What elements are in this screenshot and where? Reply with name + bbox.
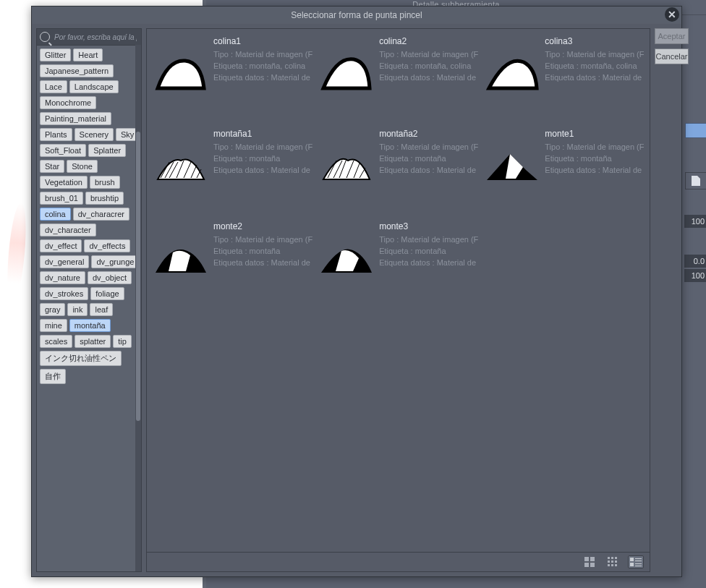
result-item[interactable]: montaña2Tipo : Material de imagen (FEtiq… (315, 126, 481, 218)
tag-soft_float[interactable]: Soft_Float (40, 144, 86, 157)
tag-dv_characrer[interactable]: dv_characrer (73, 208, 129, 221)
view-large-grid-icon[interactable] (582, 555, 597, 568)
result-item[interactable]: monte2Tipo : Material de imagen (FEtique… (150, 218, 315, 311)
result-data-tag: Etiqueta datos : Material de (379, 165, 478, 176)
tag-dv_effects[interactable]: dv_effects (84, 239, 130, 252)
svg-rect-12 (615, 564, 617, 566)
tag-vegetation[interactable]: Vegetation (40, 176, 88, 189)
search-input[interactable] (53, 33, 138, 42)
tag-scenery[interactable]: Scenery (75, 128, 114, 141)
result-item[interactable]: colina3Tipo : Material de imagen (FEtiqu… (481, 33, 647, 126)
tag-tip[interactable]: tip (113, 335, 132, 348)
tag-plants[interactable]: Plants (40, 128, 72, 141)
close-icon[interactable]: ✕ (665, 7, 679, 22)
svg-rect-2 (584, 563, 589, 567)
svg-rect-6 (615, 557, 617, 559)
tag-glitter[interactable]: Glitter (40, 48, 71, 61)
result-name: colina2 (379, 36, 478, 46)
result-meta: montaña1Tipo : Material de imagen (FEtiq… (213, 127, 312, 176)
results-grid[interactable]: colina1Tipo : Material de imagen (FEtiqu… (147, 29, 650, 552)
tag-gray[interactable]: gray (40, 303, 65, 316)
tag-brush_01[interactable]: brush_01 (40, 192, 83, 205)
svg-rect-3 (590, 563, 595, 567)
tag-dv_strokes[interactable]: dv_strokes (40, 287, 88, 300)
result-type: Tipo : Material de imagen (F (545, 142, 644, 153)
tag-dv_grunge[interactable]: dv_grunge (91, 255, 139, 268)
brush-tip-shape-dialog: Seleccionar forma de punta pincel ✕ Glit… (31, 6, 682, 577)
tags-list[interactable]: GlitterHeartJapanese_patternLaceLandscap… (37, 46, 141, 571)
svg-rect-9 (615, 561, 617, 563)
dialog-title: Seleccionar forma de punta pincel (291, 10, 422, 20)
tag-stone[interactable]: Stone (67, 160, 98, 173)
view-small-grid-icon[interactable] (605, 555, 621, 568)
result-item[interactable]: colina1Tipo : Material de imagen (FEtiqu… (150, 33, 315, 126)
svg-rect-11 (611, 564, 613, 566)
result-tag: Etiqueta : montaña (379, 246, 478, 257)
brush-thumbnail (318, 231, 375, 288)
svg-rect-5 (611, 557, 613, 559)
tag-ink[interactable]: ink (67, 303, 88, 316)
result-meta: montaña2Tipo : Material de imagen (FEtiq… (379, 127, 478, 176)
tag-dv_character[interactable]: dv_character (40, 223, 96, 237)
result-item[interactable]: montaña1Tipo : Material de imagen (FEtiq… (150, 126, 315, 218)
result-meta: monte3Tipo : Material de imagen (FEtique… (379, 220, 478, 269)
brush-thumbnail (153, 231, 209, 288)
svg-rect-7 (608, 561, 610, 563)
ok-button[interactable]: Aceptar (655, 28, 688, 44)
tags-scrollbar[interactable] (135, 45, 141, 571)
result-type: Tipo : Material de imagen (F (379, 142, 478, 153)
result-item[interactable]: monte1Tipo : Material de imagen (FEtique… (481, 126, 647, 218)
tag-mine[interactable]: mine (40, 319, 67, 332)
dialog-actions: Aceptar Cancelar (655, 28, 688, 572)
svg-rect-10 (608, 564, 610, 566)
result-tag: Etiqueta : montaña, colina (545, 61, 644, 72)
result-item[interactable]: monte3Tipo : Material de imagen (FEtique… (315, 218, 481, 311)
tag-japanese_pattern[interactable]: Japanese_pattern (40, 64, 114, 77)
tag-painting_material[interactable]: Painting_material (40, 112, 111, 125)
tag-splatter[interactable]: splatter (75, 335, 111, 348)
svg-rect-1 (590, 557, 595, 561)
tag-leaf[interactable]: leaf (90, 303, 113, 316)
tags-panel: GlitterHeartJapanese_patternLaceLandscap… (36, 28, 142, 572)
tag-heart[interactable]: Heart (73, 48, 103, 61)
tag-landscape[interactable]: Landscape (69, 80, 119, 93)
svg-rect-15 (635, 561, 642, 561)
search-icon (40, 32, 50, 42)
result-tag: Etiqueta : montaña (213, 246, 312, 257)
tag-brushtip[interactable]: brushtip (85, 192, 124, 205)
view-detailed-list-icon[interactable] (628, 555, 644, 568)
brush-thumbnail (318, 46, 375, 103)
result-tag: Etiqueta : montaña (379, 153, 478, 165)
tag-インク切れ油性ペン[interactable]: インク切れ油性ペン (40, 351, 122, 366)
brush-thumbnail (484, 139, 540, 195)
brush-thumbnail (153, 139, 209, 195)
tag-dv_object[interactable]: dv_object (88, 271, 132, 284)
svg-rect-0 (584, 557, 589, 561)
tag-自作[interactable]: 自作 (40, 369, 66, 384)
result-tag: Etiqueta : montaña (213, 153, 312, 165)
result-name: monte2 (213, 221, 312, 231)
result-type: Tipo : Material de imagen (F (213, 49, 312, 61)
result-item[interactable]: colina2Tipo : Material de imagen (FEtiqu… (315, 33, 481, 126)
search-row (37, 29, 141, 46)
tag-brush[interactable]: brush (90, 176, 120, 189)
tag-dv_general[interactable]: dv_general (40, 255, 89, 268)
result-type: Tipo : Material de imagen (F (545, 49, 644, 61)
result-meta: colina3Tipo : Material de imagen (FEtiqu… (545, 35, 644, 84)
tag-monochrome[interactable]: Monochrome (40, 96, 96, 109)
result-name: colina1 (213, 36, 312, 46)
tag-star[interactable]: Star (40, 160, 64, 173)
result-name: montaña1 (213, 129, 312, 139)
tag-montaña[interactable]: montaña (69, 319, 111, 332)
result-name: monte1 (545, 129, 644, 139)
tag-dv_nature[interactable]: dv_nature (40, 271, 85, 284)
tag-colina[interactable]: colina (40, 208, 71, 221)
cancel-button[interactable]: Cancelar (655, 48, 688, 64)
dialog-titlebar[interactable]: Seleccionar forma de punta pincel ✕ (32, 7, 681, 24)
tag-lace[interactable]: Lace (40, 80, 67, 93)
tag-foliage[interactable]: foliage (90, 287, 124, 300)
result-tag: Etiqueta : montaña, colina (213, 61, 312, 72)
tag-dv_effect[interactable]: dv_effect (40, 239, 82, 252)
tag-splatter[interactable]: Splatter (88, 144, 126, 157)
tag-scales[interactable]: scales (40, 335, 72, 348)
